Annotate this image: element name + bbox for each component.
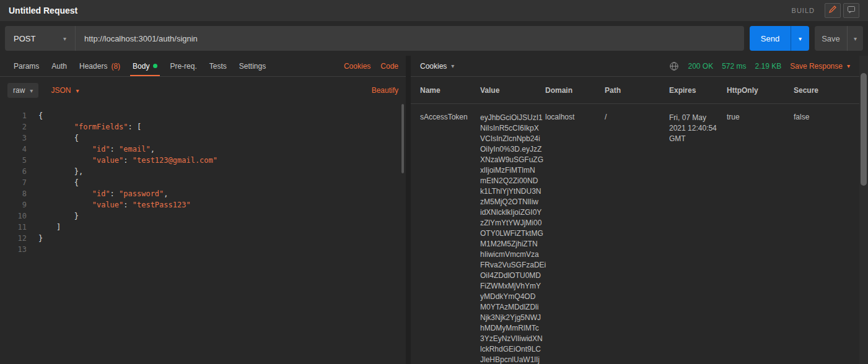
comment-button[interactable]: [843, 3, 859, 18]
body-subtoolbar: raw ▾ JSON ▾ Beautify: [0, 77, 406, 104]
line-text: "value": "testPass123": [27, 199, 191, 210]
line-number: 7: [0, 177, 27, 188]
line-text: "value": "test123@gmail.com": [27, 155, 217, 166]
cookie-name-cell: sAccessToken: [420, 113, 480, 121]
cookie-value-line: M1M2M5ZjhiZTN: [480, 239, 540, 249]
method-label: POST: [14, 34, 35, 43]
chevron-down-icon: ▾: [76, 87, 79, 94]
send-button[interactable]: Send: [750, 26, 791, 51]
column-header-name: Name: [420, 86, 480, 95]
cookie-value-line: OiIyIn0%3D.eyJzZ: [480, 144, 540, 155]
line-number: 4: [0, 144, 27, 155]
cookies-link[interactable]: Cookies: [344, 62, 370, 71]
cookie-value-line: eyJhbGciOiJSUzI1: [480, 113, 540, 123]
code-line[interactable]: 12}: [0, 233, 406, 244]
tab-params[interactable]: Params: [7, 56, 45, 76]
cookies-table-header: NameValueDomainPathExpiresHttpOnlySecure: [411, 77, 859, 104]
save-response-button[interactable]: Save Response ▾: [790, 62, 850, 71]
save-button[interactable]: Save: [815, 26, 847, 51]
response-cookies-select[interactable]: Cookies ▾: [420, 62, 454, 71]
line-text: [27, 244, 38, 255]
line-text: {: [27, 110, 43, 121]
request-title: Untitled Request: [9, 6, 77, 15]
method-select[interactable]: POST ▾: [5, 26, 76, 51]
code-editor[interactable]: 1{2 "formFields": [3 {4 "id": "email",5 …: [0, 104, 406, 364]
cookie-domain-cell: localhost: [545, 113, 605, 121]
line-number: 6: [0, 166, 27, 177]
tab-settings[interactable]: Settings: [233, 56, 272, 76]
cookie-value-line: hIiwicmVmcmVza: [480, 249, 540, 260]
tab-label: Pre-req.: [170, 62, 196, 71]
tab-pre-req[interactable]: Pre-req.: [164, 56, 203, 76]
code-line[interactable]: 3 {: [0, 132, 406, 144]
tab-tests[interactable]: Tests: [203, 56, 233, 76]
column-header-secure: Secure: [794, 86, 859, 95]
chevron-down-icon: ▾: [847, 63, 850, 69]
code-line[interactable]: 4 "id": "email",: [0, 144, 406, 155]
cookie-value-line: FiZWMxMjVhYmY: [480, 281, 540, 292]
line-number: 10: [0, 210, 27, 222]
code-line[interactable]: 8 "id": "password",: [0, 188, 406, 199]
code-line[interactable]: 6 },: [0, 166, 406, 177]
code-line[interactable]: 5 "value": "test123@gmail.com": [0, 155, 406, 166]
cookie-value-line: XNzaW9uSGFuZG: [480, 155, 540, 165]
tab-label: Tests: [209, 62, 227, 71]
request-tabs: ParamsAuthHeaders(8)BodyPre-req.TestsSet…: [7, 56, 272, 76]
line-text: },: [27, 166, 83, 177]
globe-icon[interactable]: [669, 61, 679, 71]
chevron-down-icon: ▾: [451, 63, 454, 69]
request-builder-row: POST ▾ Send ▾ Save ▾: [0, 21, 868, 56]
editor-scrollbar[interactable]: [401, 104, 404, 173]
body-mode-select[interactable]: raw ▾: [7, 83, 38, 98]
top-bar: Untitled Request BUILD: [0, 0, 868, 21]
line-text: "formFields": [: [27, 121, 141, 132]
edit-request-button[interactable]: [825, 3, 841, 18]
pencil-icon: [828, 5, 837, 16]
column-header-value: Value: [480, 86, 545, 95]
pane-divider[interactable]: [406, 56, 411, 364]
code-line[interactable]: 2 "formFields": [: [0, 121, 406, 132]
code-line[interactable]: 1{: [0, 110, 406, 121]
response-cookies-label: Cookies: [420, 62, 447, 71]
cookie-row[interactable]: sAccessToken eyJhbGciOiJSUzI1NiIsInR5cCI…: [411, 104, 859, 364]
send-split-button: Send ▾: [750, 26, 809, 51]
cookie-secure-cell: false: [794, 113, 859, 121]
save-options-chevron-icon[interactable]: ▾: [847, 26, 863, 51]
cookie-value-line: FRva2VuSGFzaDEi: [480, 260, 540, 271]
body-language-select[interactable]: JSON ▾: [51, 86, 79, 95]
cookie-value-line: k1LThlYjYtNDU3N: [480, 186, 540, 197]
response-scrollbar[interactable]: [859, 56, 868, 364]
line-text: "id": "password",: [27, 188, 169, 199]
response-size: 2.19 KB: [755, 62, 782, 71]
code-line[interactable]: 13: [0, 244, 406, 255]
beautify-link[interactable]: Beautify: [372, 86, 398, 95]
line-text: {: [27, 177, 79, 188]
build-label: BUILD: [792, 7, 815, 14]
code-line[interactable]: 11 ]: [0, 222, 406, 233]
code-link[interactable]: Code: [380, 62, 398, 71]
headers-count-badge: (8): [111, 62, 120, 71]
tab-body[interactable]: Body: [126, 56, 164, 76]
url-input[interactable]: [76, 26, 744, 51]
tab-auth[interactable]: Auth: [45, 56, 73, 76]
cookie-value-line: zZlYmYtYWJjMi00: [480, 218, 540, 228]
tab-label: Settings: [239, 62, 266, 71]
code-line[interactable]: 7 {: [0, 177, 406, 188]
code-line[interactable]: 10 }: [0, 210, 406, 222]
cookie-value-line: M0YTAzMDdlZDli: [480, 302, 540, 313]
code-line[interactable]: 9 "value": "testPass123": [0, 199, 406, 210]
response-meta: 200 OK 572 ms 2.19 KB Save Response ▾: [669, 61, 850, 71]
line-number: 12: [0, 233, 27, 244]
cookie-value-cell: eyJhbGciOiJSUzI1NiIsInR5cCI6IkpXVCIsInZl…: [480, 113, 545, 364]
send-options-chevron-icon[interactable]: ▾: [791, 26, 809, 51]
cookie-value-line: JleHBpcnlUaW1lIj: [480, 355, 540, 364]
column-header-path: Path: [605, 86, 669, 95]
scrollbar-thumb[interactable]: [861, 73, 867, 186]
cookie-value-line: VCIsInZlcnNpb24i: [480, 134, 540, 144]
split-view: ParamsAuthHeaders(8)BodyPre-req.TestsSet…: [0, 56, 868, 364]
column-header-httponly: HttpOnly: [727, 86, 794, 95]
request-tabs-row: ParamsAuthHeaders(8)BodyPre-req.TestsSet…: [0, 56, 406, 77]
line-text: }: [27, 233, 43, 244]
cookie-value-line: Njk3Njk2Yjg5NWJ: [480, 313, 540, 323]
tab-headers[interactable]: Headers(8): [73, 56, 126, 76]
